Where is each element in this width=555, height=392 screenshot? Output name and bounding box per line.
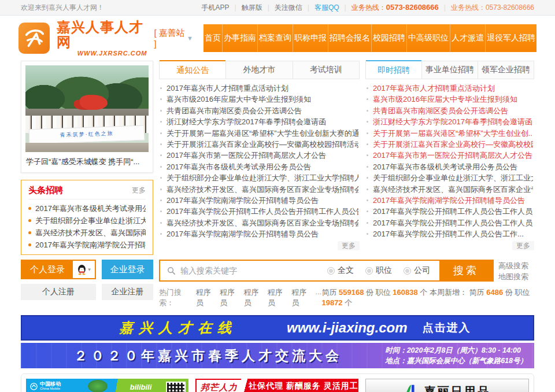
notice-item[interactable]: 2017年嘉兴学院公开招聘工作人员公告开招聘工作人员公告开...	[160, 206, 358, 217]
job-item[interactable]: 嘉兴市级2016年应届大中专毕业生报到须知	[367, 94, 533, 105]
dropdown-arrow-icon: ▾	[88, 267, 91, 272]
radio-fulltext-icon[interactable]	[327, 267, 335, 275]
job-item[interactable]: 2017年嘉兴学院南湖学院公开招聘辅导员公告	[367, 195, 533, 206]
bangmang-hr-ad[interactable]: 邦芒人力 50bm.com 社保代理 薪酬服务 灵活用工 业务外包 人事代理 求…	[195, 379, 358, 392]
scope-fulltext[interactable]: 全文	[327, 265, 354, 276]
notice-item[interactable]: 嘉兴经济技术开发区、嘉兴国际商务区百家企业专场招聘会公告	[160, 217, 358, 228]
radio-position-icon[interactable]	[365, 267, 373, 275]
job-item[interactable]: 嘉兴经济技术开发区、嘉兴国际商务区百家企业专...	[367, 184, 533, 195]
tab-exam-training[interactable]: 考试培训	[293, 61, 359, 79]
china-mobile-logo: 中国移动 China Mobile	[30, 382, 61, 391]
map-search-link[interactable]: 地图搜索	[498, 271, 534, 282]
site-logo[interactable]	[18, 23, 50, 54]
notice-item[interactable]: 2017年嘉兴市各级机关考试录用公务员公告	[160, 161, 358, 172]
hot-search-term[interactable]: 程序员	[268, 287, 287, 308]
nav-archive-query[interactable]: 档案查询	[257, 24, 293, 52]
job-item[interactable]: 浙江财经大学东方学院2017年春季招聘会邀请函	[367, 116, 533, 127]
headline-item[interactable]: 2017年嘉兴市各级机关考试录用公务...	[28, 202, 146, 215]
hot-search-term[interactable]: 程序员	[243, 287, 262, 308]
hot-search-ellipsis: ...	[316, 287, 322, 308]
nav-jobfair-signup[interactable]: 招聘会报名	[328, 24, 371, 52]
tab-instant-jobs[interactable]: 即时招聘	[366, 60, 421, 79]
news-photo: 青禾筑梦·红色之旅	[25, 65, 149, 152]
nav-home[interactable]: 首页	[204, 24, 222, 52]
link-mobile-app[interactable]: 手机APP	[202, 3, 230, 13]
tab-other-markets[interactable]: 外地才市	[225, 61, 292, 79]
notices-more-link[interactable]: 更多	[338, 241, 360, 250]
notice-item[interactable]: 关于开展第一届嘉兴港区“希望杯”大学生创业创新大赛的通知	[160, 128, 358, 139]
tab-leading-company-jobs[interactable]: 领军企业招聘	[478, 61, 534, 79]
nav-campus-recruit[interactable]: 校园招聘	[371, 24, 406, 52]
advanced-search-link[interactable]: 高级搜索	[498, 260, 534, 271]
nav-title-declare[interactable]: 职称申报	[293, 24, 328, 52]
link-wechat[interactable]: 关注微信	[275, 3, 302, 13]
job-item[interactable]: 2017年嘉兴市各级机关考试录用公务员公告	[367, 161, 533, 172]
scope-company[interactable]: 公司	[404, 265, 430, 276]
link-service-qq[interactable]: 客服QQ	[314, 3, 339, 13]
notice-item[interactable]: 浙江财经大学东方学院2017年春季招聘会邀请函	[160, 116, 358, 127]
notice-item[interactable]: 关于组织部分企事业单位赴浙江大学、浙江工业大学招聘人才的...	[160, 172, 358, 183]
job-item[interactable]: 2017年嘉兴市第一医院公开招聘高层次人才公告	[367, 150, 533, 161]
hot-search-term[interactable]: 程序员	[196, 287, 215, 308]
tab-notices[interactable]: 通知公告	[160, 60, 225, 79]
notice-item[interactable]: 嘉兴经济技术开发区、嘉兴国际商务区百家企业专场招聘会公告	[160, 184, 358, 195]
notice-item[interactable]: 2017年嘉兴市第一医院公开招聘高层次人才公告	[160, 150, 358, 161]
divider	[28, 199, 146, 199]
banner1-title: 嘉兴人才在线	[119, 319, 237, 337]
company-login-button[interactable]: 企业登录	[102, 260, 153, 279]
hot-search-term[interactable]: 程序员	[291, 287, 310, 308]
job-item[interactable]: 2017年嘉兴市人才招聘重点活动计划	[367, 83, 533, 94]
job-item[interactable]: 关于开展第一届嘉兴港区“希望杯”大学生创业创...	[367, 128, 533, 139]
scope-position[interactable]: 职位	[365, 265, 392, 276]
search-input[interactable]	[180, 266, 327, 275]
job-item[interactable]: 共青团嘉兴市南湖区委员会公开选调公告	[367, 105, 533, 116]
personal-register-button[interactable]: 个人注册	[21, 284, 96, 300]
job-item[interactable]: 关于组织部分企事业单位赴浙江大学、浙江工业大...	[367, 172, 533, 183]
top-utility-bar: 欢迎来到嘉兴人事人才网！ 手机APP | 触屏版 | 关注微信 | 客服QQ |…	[0, 0, 555, 16]
notice-item[interactable]: 2017年嘉兴学院南湖学院公开招聘辅导员公告	[160, 228, 358, 239]
china-mobile-ad[interactable]: 中国移动 China Mobile 移动花卡 bilibili 季度会员	[26, 379, 188, 392]
job-item[interactable]: 关于开展浙江嘉兴百家企业高校行—安徽高校校园...	[367, 139, 533, 150]
search-panel: 全文 职位 公司 搜索 高级搜索 地图搜索 热门搜索： 程序员 程序员 程序员 …	[159, 260, 534, 308]
personal-login-button[interactable]: 个人登录	[22, 261, 73, 278]
main-nav: 首页 办事指南 档案查询 职称申报 招聘会报名 校园招聘 中高级职位 人才派遣 …	[204, 24, 536, 52]
qq-login-dropdown[interactable]: ▾	[73, 261, 95, 278]
job-item[interactable]: 2017年嘉兴学院公开招聘工作人员公告工作...	[367, 228, 533, 239]
bilibili-logo: bilibili	[130, 383, 152, 391]
nav-veteran-recruit[interactable]: 退役军人招聘	[485, 24, 536, 52]
divider: |	[444, 3, 446, 12]
news-photo-card[interactable]: 青禾筑梦·红色之旅 学子回“嘉”感受禾城蝶变 携手同“...	[21, 61, 153, 173]
tab-public-institution-jobs[interactable]: 事业单位招聘	[421, 61, 478, 79]
hot-search-label: 热门搜索：	[159, 287, 191, 308]
spring-jobfair-banner[interactable]: ２０２０年嘉兴市春季人才交流大会 时间：2020年2月8日（周六）8:30 - …	[21, 343, 534, 368]
notice-item[interactable]: 共青团嘉兴市南湖区委员会公开选调公告	[160, 105, 358, 116]
left-column: 青禾筑梦·红色之旅 学子回“嘉”感受禾城蝶变 携手同“... 头条招聘 更多 2…	[21, 61, 153, 255]
search-button[interactable]: 搜索	[439, 261, 493, 280]
headline-item[interactable]: 关于组织部分企事业单位赴浙江大学...	[28, 215, 146, 227]
divider: |	[268, 3, 269, 12]
notice-item[interactable]: 嘉兴市级2016年应届大中专毕业生报到须知	[160, 94, 358, 105]
notice-item[interactable]: 关于开展浙江嘉兴百家企业高校行—安徽高校校园招聘活动的通...	[160, 139, 358, 150]
jiali-daily-goods-ad[interactable]: JALY 嘉丽日用品	[365, 379, 529, 392]
job-item[interactable]: 2017年嘉兴学院公开招聘工作人员公告工作人员...	[367, 217, 533, 228]
site-name: 嘉兴人事人才网	[57, 20, 147, 50]
headline-item[interactable]: 2017年嘉兴学院南湖学院公开招聘辅...	[28, 239, 146, 251]
notice-item[interactable]: 2017年嘉兴市人才招聘重点活动计划	[160, 83, 358, 94]
radio-company-icon[interactable]	[404, 267, 411, 275]
headline-more-link[interactable]: 更多	[132, 186, 146, 195]
company-register-button[interactable]: 企业注册	[102, 284, 153, 300]
headline-item[interactable]: 嘉兴经济技术开发区、嘉兴国际商务...	[28, 227, 146, 239]
station-selector[interactable]: [ 嘉善站 ] ▼	[154, 28, 193, 49]
personal-login-group: 个人登录 ▾	[21, 260, 96, 279]
jobs-more-link[interactable]: 更多	[512, 241, 534, 250]
photo-caption[interactable]: 学子回“嘉”感受禾城蝶变 携手同“...	[25, 152, 149, 168]
link-touch-version[interactable]: 触屏版	[242, 3, 262, 13]
nav-talent-dispatch[interactable]: 人才派遣	[450, 24, 485, 52]
job-item[interactable]: 2017年嘉兴学院公开招聘工作人员公告工作人员...	[367, 206, 533, 217]
nav-guide[interactable]: 办事指南	[222, 24, 257, 52]
headline-title: 头条招聘	[28, 185, 63, 196]
hot-search-term[interactable]: 程序员	[220, 287, 239, 308]
jiaxing-talent-online-banner[interactable]: 嘉兴人才在线 www.i-jiaxing.com 点击进入	[21, 315, 534, 341]
notice-item[interactable]: 2017年嘉兴学院南湖学院公开招聘辅导员公告	[160, 195, 358, 206]
nav-senior-jobs[interactable]: 中高级职位	[406, 24, 450, 52]
